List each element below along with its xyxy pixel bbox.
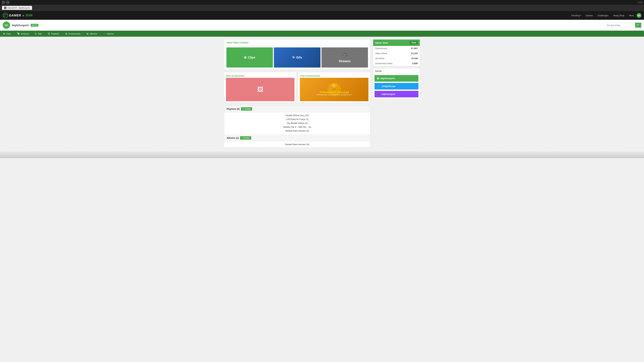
nav-avatar[interactable]: NS <box>636 13 641 18</box>
playlist-count-1: (12) <box>305 114 309 117</box>
playlist-item-3[interactable]: Top Reddit Videos (2) <box>224 121 370 125</box>
screenshots-icon: 🖼 <box>257 86 263 93</box>
logo-gamer: GAMER <box>9 14 21 17</box>
tab-clips[interactable]: ⊞ Clips <box>0 31 14 37</box>
albums-title: Albums (1) <box>226 137 239 139</box>
logo-play-icon <box>23 14 24 16</box>
playlist-name-2: LAN Party for Furry! <box>286 118 305 120</box>
albums-tab-icon: ⊞ <box>86 32 88 35</box>
playlist-item-4[interactable]: Weekly Top 5 - Halo Re... (0) <box>224 125 370 129</box>
gifviews-value: 75,438 <box>411 57 418 60</box>
username-label: NightSurgeX2 <box>12 24 29 27</box>
tile-clips[interactable]: ⊞ Clips <box>226 47 273 67</box>
streams-tab-icon: 📡 <box>17 32 20 35</box>
stats-row-gifviews: Gif Views 75,438 <box>373 56 420 61</box>
clips-tab-label: Clips <box>6 32 11 35</box>
xbox-icon: ⊞ <box>377 77 379 80</box>
gifs-tile-text: Gifs <box>296 56 302 59</box>
videoviews-value: 21,103 <box>411 52 418 55</box>
twitter-icon: 🐦 <box>377 85 380 88</box>
logo-avatar: GAMERDVR <box>3 13 8 18</box>
tile-streams[interactable]: 🎮 Streams <box>322 47 368 67</box>
album-item-1[interactable]: Rocket Race Heroes! (9) <box>224 142 370 146</box>
streams-tab-label: Streams <box>21 32 29 35</box>
playlists-count: (5) <box>237 108 240 110</box>
albums-header-label: Albums <box>226 137 235 139</box>
tab-screenshots[interactable]: 🖥 Screenshots <box>62 31 84 37</box>
games-tab-label: Games <box>107 32 114 35</box>
left-content: View Video Content ⊞ Clips ↻ Gifs <box>224 39 370 147</box>
social-header: Social <box>373 68 420 74</box>
clips-tile-icon: ⊞ <box>244 56 246 59</box>
logo-dvr: DVR <box>26 14 33 17</box>
achievements-tile[interactable]: 🏆 Achievement Unlocked Achievements now … <box>300 78 368 101</box>
search-input[interactable] <box>605 23 635 28</box>
social-link-twitter[interactable]: 🐦 @NightSurge <box>374 83 418 89</box>
os-app-icon-2[interactable] <box>6 1 10 4</box>
screenshotviews-label: Screenshot Views <box>375 62 392 65</box>
browser-bar: GamerDVR - NightSurgeX2 <box>0 5 644 11</box>
clips-tile-label: ⊞ Clips <box>244 56 255 59</box>
gifs-tab-icon: ↻ <box>35 32 37 35</box>
user-avatar: NS <box>3 21 10 29</box>
twitter-label: @NightSurge <box>382 85 396 87</box>
gamerscore-label: Gamerscore <box>375 47 387 50</box>
playlist-name-4: Weekly Top 5 - Halo Re... <box>283 126 308 128</box>
screenshots-tile[interactable]: 🖼 <box>226 78 294 101</box>
streams-tile-text: Streams <box>339 59 351 63</box>
videoviews-label: Video Views <box>375 52 387 55</box>
site-logo[interactable]: GAMERDVR GAMER DVR <box>3 13 33 18</box>
gifs-tile-label: ↻ Gifs <box>292 56 302 59</box>
user-bar: NS NightSurgeX2 ⊞ Pro 🔍 <box>0 20 644 31</box>
nav-swag[interactable]: Swag Shop <box>611 13 626 18</box>
tab-games[interactable]: 🎮 Games <box>100 31 117 37</box>
playlists-tab-icon: ☰ <box>48 32 50 35</box>
video-content-header: View Video Content <box>224 39 370 46</box>
tab-gifs[interactable]: ↻ Gifs <box>32 31 45 37</box>
video-tiles-grid: ⊞ Clips ↻ Gifs 🎮 Streams <box>224 46 370 69</box>
nav-trending[interactable]: Trending ▾ <box>569 13 583 18</box>
video-content-card: View Video Content ⊞ Clips ↻ Gifs <box>224 39 370 69</box>
playlists-section: Playlists (5) + Create Double Dinner Duo… <box>224 105 370 147</box>
playlist-name-1: Double Dinner Duo <box>286 114 304 117</box>
albums-list: Rocket Race Heroes! (9) <box>224 141 370 147</box>
achievements-section: View Achievements 🏆 Achievement Unlocked… <box>298 72 370 103</box>
screenshots-view-header: View Screenshots <box>226 73 294 78</box>
playlists-tab-label: Playlists <box>51 32 59 35</box>
playlist-item-1[interactable]: Double Dinner Duo (12) <box>224 113 370 117</box>
search-button[interactable]: 🔍 <box>635 23 641 28</box>
social-link-xbox[interactable]: ⊞ NightSurgeX2 <box>374 75 418 82</box>
achievement-glow <box>328 83 341 96</box>
album-count-1: (9) <box>306 143 309 146</box>
screenshots-tab-label: Screenshots <box>68 32 80 35</box>
playlist-item-2[interactable]: LAN Party for Furry! (1) <box>224 117 370 121</box>
tab-albums[interactable]: ⊞ Albums <box>84 31 100 37</box>
stats-header: Gamer Stats Total <box>373 39 420 46</box>
tab-playlists[interactable]: ☰ Playlists <box>45 31 62 37</box>
playlists-create-button[interactable]: + Create <box>241 107 252 111</box>
gifs-tile-icon: ↻ <box>292 56 295 59</box>
playlist-list: Double Dinner Duo (12) LAN Party for Fur… <box>224 112 370 134</box>
nav-games[interactable]: Games <box>584 13 595 18</box>
nav-challenges[interactable]: Challenges <box>596 13 610 18</box>
tab-streams[interactable]: 📡 Streams <box>14 31 32 37</box>
social-links: ⊞ NightSurgeX2 🐦 @NightSurge 🎮 nightsurg… <box>373 74 420 99</box>
nav-more[interactable]: More <box>627 13 636 18</box>
screenshotviews-value: 5,695 <box>412 62 418 65</box>
browser-tab-active[interactable]: GamerDVR - NightSurgeX2 <box>2 6 32 10</box>
playlist-item-5[interactable]: Rocket Race Heroes (5) <box>224 129 370 133</box>
logo-text: GAMER DVR <box>9 14 33 17</box>
clips-tile-text: Clips <box>248 56 255 59</box>
os-taskbar-icons <box>2 1 10 4</box>
playlist-name-5: Rocket Race Heroes <box>286 130 306 132</box>
social-link-twitch[interactable]: 🎮 nightsurgex2 <box>374 91 418 97</box>
main-navbar: GAMERDVR GAMER DVR Trending ▾ Games Chal… <box>0 11 644 20</box>
stats-row-gamerscore: Gamerscore 67,687 <box>373 46 420 51</box>
tile-gifs[interactable]: ↻ Gifs <box>274 47 320 67</box>
os-time: 12:00 <box>638 1 642 3</box>
os-app-icon[interactable] <box>2 1 5 4</box>
playlists-header: Playlists (5) + Create <box>224 106 370 112</box>
album-name-1: Rocket Race Heroes! <box>285 143 306 146</box>
stats-total-label: Total <box>410 41 418 44</box>
albums-create-button[interactable]: + Create <box>240 136 251 140</box>
